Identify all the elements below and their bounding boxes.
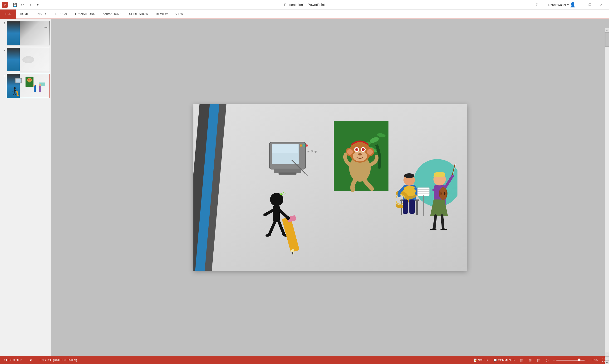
zoom-in-btn[interactable]: +: [586, 359, 588, 362]
main-area: 1 Test 2 3: [0, 19, 609, 356]
tab-insert[interactable]: INSERT: [33, 10, 52, 19]
minimize-button[interactable]: ─: [573, 1, 584, 8]
svg-point-51: [280, 193, 283, 195]
svg-point-45: [355, 148, 358, 151]
svg-point-7: [28, 79, 29, 80]
svg-point-96: [430, 228, 437, 230]
notes-icon: 📝: [473, 359, 477, 362]
canvas-area[interactable]: Rectangular Snip...: [51, 19, 609, 356]
user-menu[interactable]: Derek Walter ▾ 👤: [548, 0, 576, 10]
thumb-writing: [12, 87, 20, 97]
svg-point-42: [353, 151, 367, 161]
vertical-scrollbar: ▲ ▼ ▲ ▼: [605, 28, 609, 364]
notes-button[interactable]: 📝 NOTES: [472, 358, 489, 362]
scroll-thumb[interactable]: [605, 32, 609, 47]
svg-rect-1: [16, 79, 22, 83]
svg-rect-78: [410, 199, 415, 214]
tab-home[interactable]: HOME: [16, 10, 33, 19]
scroll-next-btn[interactable]: ▼: [605, 361, 609, 364]
svg-rect-15: [16, 91, 19, 96]
svg-rect-79: [418, 188, 429, 196]
spelling-error-icon[interactable]: ✗: [28, 358, 34, 362]
clip-writing[interactable]: [258, 192, 312, 257]
tab-view[interactable]: VIEW: [172, 10, 187, 19]
svg-point-49: [358, 153, 362, 156]
svg-point-8: [30, 79, 31, 80]
svg-line-14: [15, 93, 16, 95]
slide-thumbnail-2[interactable]: [7, 47, 50, 72]
svg-line-28: [305, 173, 307, 175]
svg-line-94: [434, 216, 436, 229]
svg-rect-23: [272, 144, 298, 153]
title-bar: P 💾 ↩ ↪ ▾ Presentation1 - PowerPoint ? D…: [0, 0, 609, 10]
svg-line-53: [284, 194, 286, 194]
svg-line-52: [283, 192, 284, 193]
slide-number-1: 1: [1, 21, 5, 25]
language-indicator[interactable]: ENGLISH (UNITED STATES): [38, 358, 79, 362]
slide-thumbnail-1[interactable]: Test: [7, 21, 50, 45]
clip-monkey[interactable]: [334, 121, 388, 192]
tab-transitions[interactable]: TRANSITIONS: [71, 10, 99, 19]
svg-point-65: [286, 216, 290, 220]
quick-access-dropdown[interactable]: ▾: [34, 1, 41, 8]
window-controls: ─ ❐ ✕: [573, 0, 607, 10]
quick-access-toolbar: 💾 ↩ ↪ ▾: [10, 0, 41, 10]
svg-point-92: [440, 193, 446, 200]
svg-point-24: [300, 144, 302, 146]
svg-line-11: [13, 90, 15, 92]
save-quick-btn[interactable]: 💾: [12, 1, 18, 8]
slide-thumbnail-3[interactable]: [7, 74, 50, 98]
svg-rect-19: [39, 85, 41, 92]
svg-marker-64: [291, 252, 294, 255]
svg-point-39: [347, 149, 353, 155]
svg-point-25: [303, 144, 305, 146]
tab-animations[interactable]: ANIMATIONS: [99, 10, 125, 19]
svg-rect-30: [278, 172, 296, 174]
svg-point-9: [13, 87, 16, 89]
slide-panel: 1 Test 2 3: [0, 19, 51, 356]
clip-musicians[interactable]: [396, 152, 457, 230]
ribbon: FILE HOME INSERT DESIGN TRANSITIONS ANIM…: [0, 10, 609, 19]
svg-point-97: [440, 228, 447, 230]
slide-sorter-btn[interactable]: ⊞: [527, 357, 533, 363]
scroll-track[interactable]: [605, 32, 609, 352]
clip-tablet[interactable]: [267, 138, 312, 178]
user-name: Derek Walter: [548, 3, 566, 7]
scroll-up-btn[interactable]: ▲: [605, 28, 609, 32]
close-button[interactable]: ✕: [596, 1, 607, 8]
comments-button[interactable]: 💬 COMMENTS: [492, 358, 516, 362]
undo-quick-btn[interactable]: ↩: [19, 1, 26, 8]
zoom-out-btn[interactable]: −: [553, 359, 555, 362]
slide-3-thumb-content: [7, 74, 50, 98]
zoom-slider[interactable]: [556, 360, 585, 361]
slideshow-btn[interactable]: ▷: [544, 357, 550, 363]
svg-line-57: [269, 222, 275, 234]
tab-design[interactable]: DESIGN: [52, 10, 71, 19]
svg-point-47: [356, 149, 357, 150]
scroll-down-btn[interactable]: ▼: [605, 352, 609, 356]
svg-rect-77: [403, 199, 408, 214]
slide-number-3: 3: [1, 74, 5, 78]
normal-view-btn[interactable]: ▦: [519, 357, 525, 363]
reading-view-btn[interactable]: ▤: [536, 357, 542, 363]
scroll-prev-btn[interactable]: ▲: [605, 356, 609, 361]
restore-button[interactable]: ❐: [584, 1, 595, 8]
svg-line-13: [13, 93, 15, 95]
help-icon[interactable]: ?: [535, 0, 538, 10]
thumb-monkey: [25, 76, 34, 88]
ribbon-tabs: FILE HOME INSERT DESIGN TRANSITIONS ANIM…: [0, 10, 609, 19]
tab-file[interactable]: FILE: [0, 10, 16, 19]
tab-review[interactable]: REVIEW: [152, 10, 172, 19]
slide-thumb-container-3: 3: [1, 74, 50, 98]
zoom-level[interactable]: 82%: [589, 359, 597, 362]
status-left: SLIDE 3 OF 3 ✗ ENGLISH (UNITED STATES): [3, 358, 79, 362]
slide-canvas[interactable]: Rectangular Snip...: [193, 104, 467, 271]
svg-point-41: [367, 149, 373, 155]
redo-quick-btn[interactable]: ↪: [27, 1, 33, 8]
comments-label: COMMENTS: [498, 359, 515, 362]
slide-number-2: 2: [1, 47, 5, 51]
zoom-control: − + 82%: [553, 359, 597, 362]
tab-slideshow[interactable]: SLIDE SHOW: [125, 10, 152, 19]
svg-point-86: [434, 172, 445, 177]
comments-icon: 💬: [493, 359, 497, 362]
